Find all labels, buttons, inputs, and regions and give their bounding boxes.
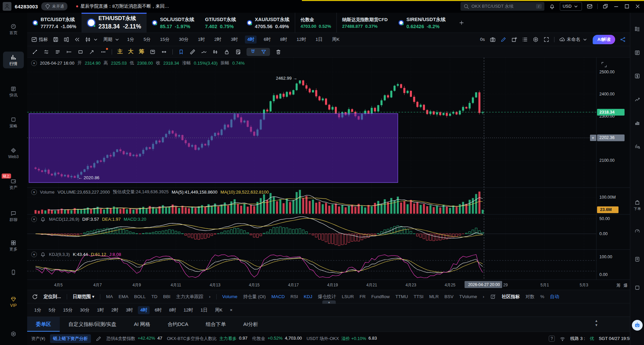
compare-button[interactable] bbox=[63, 37, 69, 43]
indicator-BOLL[interactable]: BOLL bbox=[134, 294, 146, 299]
timeframe-1时[interactable]: 1时 bbox=[196, 36, 207, 44]
indicator-EMA[interactable]: EMA bbox=[119, 294, 128, 299]
bottom-timeframe-1分[interactable]: 1分 bbox=[32, 306, 44, 314]
brush-tool[interactable] bbox=[201, 49, 207, 55]
bottom-timeframe-12时[interactable]: 12时 bbox=[181, 306, 196, 314]
account-status-badge[interactable]: 未开通 bbox=[41, 2, 67, 10]
indicator-KDJ[interactable]: KDJ bbox=[304, 294, 312, 299]
close-timeframe-icon[interactable]: × bbox=[227, 306, 235, 314]
timeframe-3时[interactable]: 3时 bbox=[228, 36, 240, 44]
timeframe-8时[interactable]: 8时 bbox=[278, 36, 289, 44]
timeframe-30分[interactable]: 30分 bbox=[177, 36, 191, 44]
ticker-tab-纳斯达克指数期货CFD[interactable]: 纳斯达克指数期货CFD27488.877 0.37% bbox=[336, 13, 393, 32]
timeframe-2时[interactable]: 2时 bbox=[212, 36, 224, 44]
sidebar-item-gear[interactable] bbox=[3, 328, 24, 340]
indicator-BBI[interactable]: BBI bbox=[163, 294, 170, 299]
help-icon[interactable]: ? bbox=[549, 336, 555, 342]
status-metric[interactable]: 链上链下资产分析 bbox=[50, 334, 91, 343]
bottom-timeframe-5分[interactable]: 5分 bbox=[46, 306, 58, 314]
notes-button[interactable] bbox=[235, 49, 241, 55]
timeframe-周K[interactable]: 周K bbox=[330, 36, 342, 44]
alert-bell-icon[interactable] bbox=[40, 216, 46, 222]
sidebar-item-phone[interactable] bbox=[3, 267, 24, 278]
maximize-button[interactable] bbox=[624, 3, 630, 9]
currency-dropdown[interactable]: USD bbox=[560, 2, 582, 11]
tab-委单区[interactable]: 委单区 bbox=[27, 317, 60, 332]
bottom-timeframe-2时[interactable]: 2时 bbox=[109, 306, 121, 314]
collapse-pane-icon[interactable]: ▾ bbox=[31, 60, 37, 66]
layout-dropdown[interactable]: 未命名 bbox=[559, 37, 588, 43]
mail-button[interactable] bbox=[587, 3, 593, 9]
bookmark-tool[interactable] bbox=[178, 49, 184, 55]
sidebar-item-首页[interactable]: 首页 bbox=[3, 21, 24, 38]
right-panel-panel-list[interactable] bbox=[630, 26, 644, 32]
bottom-timeframe-30分[interactable]: 30分 bbox=[78, 306, 92, 314]
tab-AI 网格[interactable]: AI 网格 bbox=[125, 317, 159, 332]
indicator-FR[interactable]: FR bbox=[360, 294, 366, 299]
add-pane-button[interactable] bbox=[511, 37, 517, 43]
indicator-爆仓统计[interactable]: 爆仓统计 bbox=[318, 294, 336, 300]
bottom-timeframe-4时[interactable]: 4时 bbox=[138, 306, 150, 314]
indicator-TTSI[interactable]: TTSI bbox=[414, 294, 423, 299]
right-panel-dollar[interactable] bbox=[630, 73, 644, 79]
chart-area[interactable]: 2462.99 →← 2020.862500.002400.002300.002… bbox=[27, 58, 630, 290]
indicator-Volume[interactable]: Volume bbox=[222, 294, 237, 299]
status-metric[interactable]: 伦敦金+0.52%4,703.00 bbox=[252, 336, 302, 342]
rectangle-tool[interactable] bbox=[77, 49, 84, 55]
ticker-tab-SIREN/USDT永续[interactable]: SIREN/USDT永续0.62426 -8.2% bbox=[393, 13, 451, 32]
sidebar-item-VIP[interactable]: VIP bbox=[3, 293, 24, 310]
sidebar-item-更多[interactable]: 更多 bbox=[3, 237, 24, 254]
indicator-RSI[interactable]: RSI bbox=[290, 294, 298, 299]
indicator-主力大单跟踪[interactable]: 主力大单跟踪 bbox=[176, 294, 203, 300]
indicator-TVolume[interactable]: TVolume bbox=[459, 294, 477, 299]
indicator-MACD[interactable]: MACD bbox=[271, 294, 285, 299]
tab-合约DCA[interactable]: 合约DCA bbox=[159, 317, 197, 332]
arrow-tool[interactable] bbox=[89, 49, 95, 55]
trend-line-tool[interactable] bbox=[32, 49, 38, 55]
scroll-up-icon[interactable]: ▲ bbox=[595, 319, 598, 323]
sidebar-item-快讯[interactable]: 快讯 bbox=[3, 83, 24, 100]
indicator-持仓量 (OI)[interactable]: 持仓量 (OI) bbox=[243, 294, 266, 300]
right-panel-square[interactable] bbox=[630, 285, 644, 291]
ai-analysis-button[interactable]: AI解读 bbox=[593, 35, 615, 44]
timeframe-6时[interactable]: 6时 bbox=[261, 36, 273, 44]
screenshot-button[interactable] bbox=[490, 37, 496, 43]
collapse-pane-icon[interactable]: ▾ bbox=[31, 216, 37, 222]
ai-assistant-button[interactable] bbox=[632, 320, 643, 331]
timeframe-12时[interactable]: 12时 bbox=[294, 36, 309, 44]
delete-drawings-button[interactable] bbox=[275, 49, 281, 55]
fib-lines-tool[interactable] bbox=[55, 49, 61, 55]
indicator-MA[interactable]: MA bbox=[106, 294, 113, 299]
sidebar-item-群聊[interactable]: 群聊 bbox=[3, 208, 24, 224]
magnet-mode-button[interactable] bbox=[250, 49, 256, 55]
bottom-timeframe-8时[interactable]: 8时 bbox=[167, 306, 178, 314]
close-button[interactable] bbox=[635, 3, 641, 9]
more-tools-button[interactable] bbox=[100, 49, 106, 55]
right-panel-gauge[interactable] bbox=[630, 228, 644, 234]
pattern-tool[interactable] bbox=[212, 49, 218, 55]
date-range-dropdown[interactable]: 日期范围 ▾ bbox=[73, 294, 95, 300]
sidebar-item-资产[interactable]: 资产链上 bbox=[3, 176, 24, 192]
indicator-LSUR[interactable]: LSUR bbox=[342, 294, 354, 299]
share-button[interactable] bbox=[620, 37, 626, 43]
ticker-tab-XAU/USDT永续[interactable]: XAU/USDT永续4705.56 0.49% bbox=[241, 13, 295, 32]
locate-button[interactable]: 定位到... bbox=[44, 294, 61, 300]
notifications-button[interactable] bbox=[549, 3, 555, 9]
search-input[interactable]: OKX BTC/USDT 永续 / bbox=[461, 2, 544, 11]
bottom-timeframe-6时[interactable]: 6时 bbox=[152, 306, 164, 314]
indicator-MLR[interactable]: MLR bbox=[429, 294, 439, 299]
locate-icon[interactable] bbox=[32, 294, 38, 300]
indicator-TTMU[interactable]: TTMU bbox=[395, 294, 408, 299]
ruler-tool[interactable] bbox=[190, 49, 196, 55]
right-panel-chart-line[interactable] bbox=[630, 96, 644, 102]
timeframe-4时[interactable]: 4时 bbox=[245, 36, 257, 44]
ticker-tab-GT/USDT永续[interactable]: GT/USDT永续7.402 0.75% bbox=[200, 13, 241, 32]
status-metric[interactable]: 资产(¥) bbox=[31, 336, 45, 342]
alert-bell-icon[interactable] bbox=[40, 251, 46, 257]
timeframe-5分[interactable]: 5分 bbox=[141, 36, 153, 44]
bottom-timeframe-15分[interactable]: 15分 bbox=[61, 306, 75, 314]
indicator-Fundflow[interactable]: Fundflow bbox=[371, 294, 390, 299]
horizontal-ray-tool[interactable] bbox=[66, 49, 72, 55]
right-panel-news[interactable] bbox=[630, 50, 644, 56]
status-metric[interactable]: 恐惧&贪婪指数+42.42%47 bbox=[106, 336, 162, 342]
